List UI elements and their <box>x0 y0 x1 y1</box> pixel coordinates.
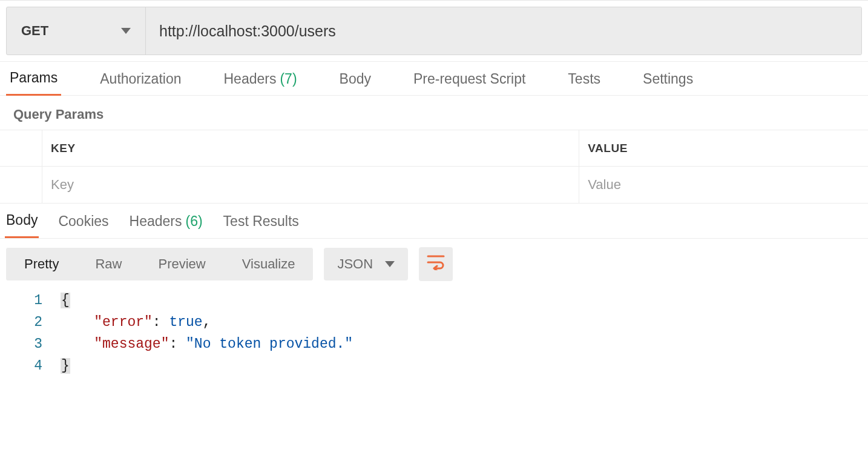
query-params-table: KEY VALUE <box>0 130 868 204</box>
code-line: 2 "error": true, <box>0 311 868 333</box>
wrap-lines-button[interactable] <box>419 247 453 281</box>
value-header-cell: VALUE <box>579 130 868 166</box>
tab-pre-request-script[interactable]: Pre-request Script <box>410 62 529 95</box>
response-tab-test-results-label: Test Results <box>223 213 299 230</box>
view-pretty[interactable]: Pretty <box>6 248 77 280</box>
response-body-viewer[interactable]: 1 { 2 "error": true, 3 "message": "No to… <box>0 290 868 389</box>
headers-count: (7) <box>280 71 297 87</box>
query-params-title: Query Params <box>0 96 868 130</box>
tab-params[interactable]: Params <box>6 61 61 96</box>
chevron-down-icon <box>385 261 395 267</box>
response-tab-headers[interactable]: Headers (6) <box>128 205 204 237</box>
chevron-down-icon <box>121 28 131 34</box>
method-select[interactable]: GET <box>7 7 146 55</box>
tab-pre-request-label: Pre-request Script <box>413 71 525 87</box>
response-headers-count: (6) <box>185 213 202 230</box>
tab-authorization[interactable]: Authorization <box>96 62 185 95</box>
view-raw[interactable]: Raw <box>77 248 140 280</box>
key-header-label: KEY <box>51 142 76 155</box>
body-toolbar: Pretty Raw Preview Visualize JSON <box>0 239 868 290</box>
tab-headers-label: Headers <box>224 71 277 87</box>
code-text: "error": true, <box>61 314 211 330</box>
wrap-icon <box>427 254 445 274</box>
tab-body[interactable]: Body <box>336 62 375 95</box>
params-input-row <box>0 167 868 203</box>
tab-body-label: Body <box>340 71 371 87</box>
tab-authorization-label: Authorization <box>100 71 181 87</box>
value-input[interactable] <box>588 177 860 193</box>
code-line: 4 } <box>0 355 868 377</box>
line-number: 4 <box>0 358 61 374</box>
key-input-cell <box>42 167 579 203</box>
response-tab-cookies[interactable]: Cookies <box>57 205 110 237</box>
code-line: 3 "message": "No token provided." <box>0 333 868 355</box>
line-number: 3 <box>0 336 61 352</box>
response-tab-cookies-label: Cookies <box>58 213 108 230</box>
response-tab-test-results[interactable]: Test Results <box>222 205 300 237</box>
tab-settings[interactable]: Settings <box>639 62 697 95</box>
value-header-label: VALUE <box>588 142 627 155</box>
view-preview[interactable]: Preview <box>140 248 223 280</box>
response-tab-headers-label: Headers <box>130 213 182 230</box>
code-text: { <box>61 293 70 308</box>
view-mode-group: Pretty Raw Preview Visualize <box>6 248 313 280</box>
tab-headers[interactable]: Headers (7) <box>220 62 301 95</box>
request-box: GET <box>6 7 862 55</box>
tab-settings-label: Settings <box>643 71 693 87</box>
key-input[interactable] <box>51 177 570 193</box>
request-row: GET <box>0 1 868 62</box>
line-number: 2 <box>0 314 61 330</box>
params-header-row: KEY VALUE <box>0 130 868 167</box>
tab-tests-label: Tests <box>568 71 600 87</box>
line-number: 1 <box>0 293 61 308</box>
format-label: JSON <box>337 256 373 272</box>
response-tab-body[interactable]: Body <box>5 204 39 238</box>
key-header-cell: KEY <box>42 130 579 166</box>
tab-tests[interactable]: Tests <box>564 62 604 95</box>
response-tab-body-label: Body <box>6 212 38 228</box>
code-text: "message": "No token provided." <box>61 336 353 352</box>
request-tabs: Params Authorization Headers (7) Body Pr… <box>0 62 868 96</box>
params-gutter <box>0 130 42 166</box>
method-label: GET <box>21 23 48 39</box>
params-gutter <box>0 167 42 203</box>
format-select[interactable]: JSON <box>324 248 408 280</box>
view-visualize[interactable]: Visualize <box>224 248 314 280</box>
url-input[interactable] <box>146 7 861 55</box>
value-input-cell <box>579 167 868 203</box>
code-line: 1 { <box>0 290 868 311</box>
tab-params-label: Params <box>10 70 58 86</box>
response-tabs: Body Cookies Headers (6) Test Results <box>0 204 868 239</box>
code-text: } <box>61 358 70 374</box>
